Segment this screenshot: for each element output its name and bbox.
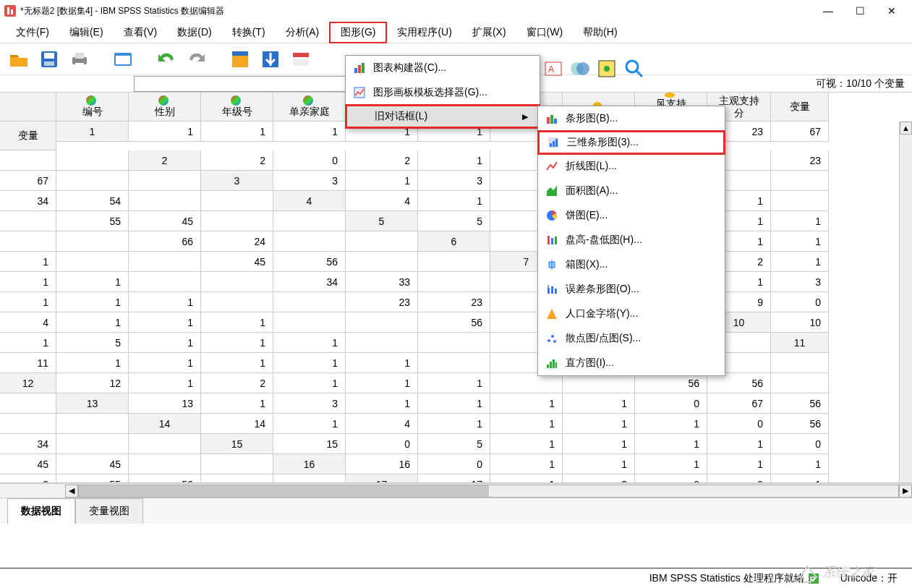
data-cell[interactable]	[771, 353, 829, 373]
data-cell[interactable]: 10	[771, 312, 829, 333]
data-grid[interactable]: 编号性别年级号单亲家庭风支持分主观支持分变量变量1111111236722021…	[0, 93, 912, 483]
menu-edit[interactable]: 编辑(E)	[59, 23, 114, 42]
data-cell[interactable]: 1	[563, 434, 635, 454]
row-header[interactable]: 16	[273, 454, 346, 474]
data-cell[interactable]: 56	[771, 414, 829, 434]
data-cell[interactable]: 14	[201, 414, 273, 434]
data-cell[interactable]: 34	[0, 191, 56, 211]
data-cell[interactable]	[56, 414, 129, 434]
col-header[interactable]: 变量	[0, 122, 56, 150]
data-cell[interactable]: 45	[129, 211, 201, 231]
row-header[interactable]: 15	[201, 434, 273, 454]
row-header[interactable]: 2	[129, 150, 201, 171]
data-cell[interactable]: 1	[129, 353, 201, 373]
data-cell[interactable]: 0	[635, 393, 707, 414]
data-cell[interactable]: 1	[346, 373, 418, 393]
data-cell[interactable]: 5	[418, 434, 490, 454]
menu-window[interactable]: 窗口(W)	[516, 23, 574, 42]
data-cell[interactable]	[0, 393, 56, 414]
data-cell[interactable]	[490, 373, 563, 393]
data-cell[interactable]: 33	[346, 272, 418, 292]
data-cell[interactable]: 34	[273, 272, 346, 292]
submenu-item[interactable]: 误差条形图(O)...	[538, 277, 725, 302]
data-cell[interactable]	[771, 191, 829, 211]
data-cell[interactable]	[201, 191, 273, 211]
data-cell[interactable]: 1	[771, 474, 829, 483]
data-cell[interactable]: 5	[56, 333, 129, 353]
data-cell[interactable]: 1	[201, 333, 273, 353]
data-cell[interactable]	[201, 292, 273, 312]
data-cell[interactable]	[129, 434, 201, 454]
data-cell[interactable]	[346, 333, 418, 353]
data-cell[interactable]: 1	[418, 414, 490, 434]
variables-icon[interactable]	[289, 48, 312, 71]
data-cell[interactable]: 1	[490, 454, 563, 474]
data-cell[interactable]	[129, 171, 201, 191]
vertical-scrollbar[interactable]: ▲	[899, 122, 912, 482]
scroll-track[interactable]	[78, 485, 899, 498]
menu-chart-builder[interactable]: 图表构建器(C)...	[346, 56, 540, 80]
data-cell[interactable]: 1	[201, 312, 273, 333]
data-cell[interactable]: 1	[771, 252, 829, 272]
data-cell[interactable]	[771, 171, 829, 191]
data-cell[interactable]	[346, 312, 418, 333]
row-header[interactable]: 13	[56, 393, 129, 414]
menu-legacy-dialogs[interactable]: 旧对话框(L) ▶	[345, 104, 540, 129]
show-all-icon[interactable]	[597, 59, 616, 78]
menu-transform[interactable]: 转换(T)	[222, 23, 276, 42]
data-cell[interactable]: 1	[0, 252, 56, 272]
menu-file[interactable]: 文件(F)	[6, 23, 59, 42]
scroll-thumb[interactable]	[79, 485, 489, 497]
maximize-button[interactable]: ☐	[844, 1, 876, 21]
menu-analyze[interactable]: 分析(A)	[276, 23, 330, 42]
row-header[interactable]: 6	[418, 231, 490, 252]
submenu-item[interactable]: 箱图(X)...	[538, 252, 725, 277]
menu-graphs[interactable]: 图形(G)	[329, 22, 387, 43]
data-cell[interactable]: 1	[56, 272, 129, 292]
row-header[interactable]: 12	[0, 373, 56, 393]
data-cell[interactable]: 1	[635, 454, 707, 474]
data-cell[interactable]	[0, 414, 56, 434]
row-header[interactable]: 5	[346, 211, 418, 231]
redo-icon[interactable]	[185, 48, 208, 71]
data-cell[interactable]: 2	[563, 474, 635, 483]
value-labels-icon[interactable]: A	[544, 59, 563, 78]
data-cell[interactable]	[346, 252, 418, 272]
data-cell[interactable]: 13	[129, 393, 201, 414]
data-cell[interactable]: 56	[129, 474, 201, 483]
data-cell[interactable]: 1	[490, 434, 563, 454]
data-cell[interactable]: 1	[129, 333, 201, 353]
data-cell[interactable]	[273, 231, 346, 252]
data-cell[interactable]: 3	[771, 272, 829, 292]
menu-extensions[interactable]: 扩展(X)	[462, 23, 516, 42]
data-cell[interactable]: 45	[0, 454, 56, 474]
data-cell[interactable]: 23	[418, 292, 490, 312]
data-cell[interactable]: 56	[771, 393, 829, 414]
print-icon[interactable]	[68, 48, 91, 71]
submenu-item[interactable]: 盘高-盘低图(H)...	[538, 228, 725, 252]
data-cell[interactable]	[56, 252, 129, 272]
data-cell[interactable]	[563, 373, 635, 393]
data-cell[interactable]: 23	[346, 292, 418, 312]
data-cell[interactable]: 1	[0, 292, 56, 312]
submenu-item[interactable]: 折线图(L)...	[538, 154, 725, 179]
data-cell[interactable]: 1	[273, 122, 346, 142]
data-cell[interactable]	[201, 272, 273, 292]
submenu-item[interactable]: 直方图(I)...	[538, 351, 725, 375]
data-cell[interactable]	[0, 211, 56, 231]
data-cell[interactable]	[771, 373, 829, 393]
data-cell[interactable]: 1	[56, 292, 129, 312]
row-header[interactable]: 1	[56, 122, 129, 142]
data-cell[interactable]: 1	[273, 333, 346, 353]
data-cell[interactable]: 1	[129, 312, 201, 333]
data-cell[interactable]: 1	[129, 122, 201, 142]
data-cell[interactable]	[273, 211, 346, 231]
data-cell[interactable]: 0	[418, 454, 490, 474]
goto-case-icon[interactable]	[229, 48, 252, 71]
data-cell[interactable]: 2	[201, 373, 273, 393]
data-cell[interactable]: 1	[201, 353, 273, 373]
data-cell[interactable]: 23	[771, 150, 829, 171]
data-cell[interactable]	[56, 171, 129, 191]
data-cell[interactable]: 0	[0, 474, 56, 483]
data-cell[interactable]: 1	[273, 414, 346, 434]
